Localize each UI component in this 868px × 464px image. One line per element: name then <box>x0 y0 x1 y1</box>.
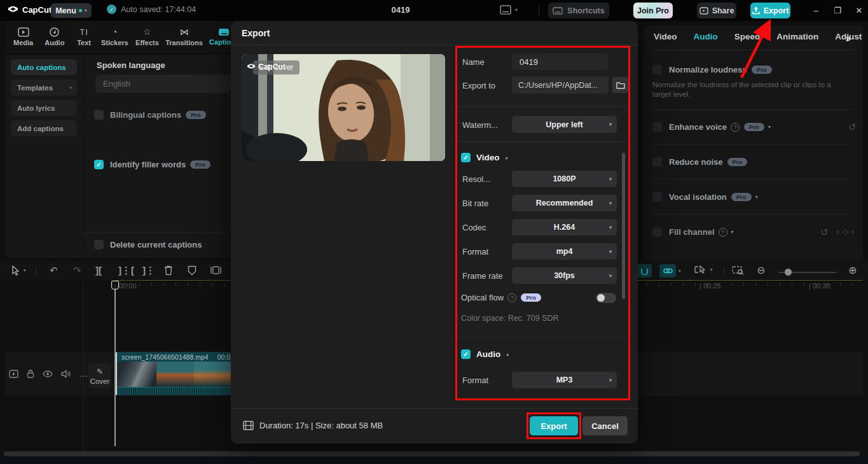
browse-folder-button[interactable] <box>612 77 628 93</box>
mute-icon[interactable] <box>61 370 71 378</box>
zoom-in-icon[interactable]: ⊕ <box>848 264 857 276</box>
export-path-field[interactable]: C:/Users/HP/AppDat... <box>512 76 609 94</box>
reduce-noise-checkbox[interactable] <box>652 157 662 167</box>
reset-icon[interactable]: ↺ <box>848 122 857 133</box>
delete-captions-row[interactable]: Delete current captions <box>94 240 202 250</box>
sidebar-item-templates[interactable]: Templates ▾ <box>11 80 77 95</box>
bilingual-checkbox[interactable] <box>94 110 104 120</box>
playhead[interactable] <box>111 281 119 447</box>
redo-icon[interactable]: ↷ <box>73 265 81 276</box>
optical-flow-toggle[interactable] <box>596 293 616 303</box>
dialog-export-button[interactable]: Export <box>530 416 578 435</box>
normalize-checkbox[interactable] <box>652 65 662 74</box>
slider-handle[interactable] <box>785 269 792 276</box>
maximize-button[interactable]: ❐ <box>828 6 847 15</box>
fill-channel-row[interactable]: Fill channel ? ▾ <box>652 227 734 237</box>
dialog-export-label: Export <box>541 421 567 431</box>
timeline-scrollbar[interactable] <box>4 451 860 456</box>
zoom-out-icon[interactable]: ⊖ <box>757 264 765 276</box>
close-button[interactable]: ✕ <box>850 6 868 15</box>
keyframe-prev-icon[interactable]: ‹ <box>836 227 839 236</box>
keyframe-next-icon[interactable]: › <box>851 227 854 236</box>
ribbon-tab-stickers[interactable]: ◔ Stickers <box>99 27 130 46</box>
vocal-isolation-row[interactable]: Vocal isolation Pro ▾ <box>652 192 758 202</box>
ribbon-tab-effects[interactable]: ☆ Effects <box>133 27 162 46</box>
enhance-voice-row[interactable]: Enhance voice ? Pro ▾ <box>652 122 771 132</box>
resolution-select[interactable]: 1080P▾ <box>512 171 617 187</box>
codec-select[interactable]: H.264▾ <box>512 219 617 236</box>
bilingual-captions-row[interactable]: Bilingual captions Pro <box>94 110 206 120</box>
ribbon-tab-text[interactable]: TI Text <box>71 27 96 46</box>
reset-icon[interactable]: ↺ <box>820 227 829 238</box>
link-clips-button[interactable]: ▾ <box>659 264 681 278</box>
chevron-down-icon[interactable]: ▾ <box>755 194 758 200</box>
select-tool-button[interactable]: ▾ <box>11 265 26 276</box>
menu-label: Menu <box>55 6 76 15</box>
sidebar-item-add-captions[interactable]: Add captions <box>11 120 77 136</box>
spoken-language-select[interactable]: English <box>95 74 231 93</box>
settings-scrollbar[interactable] <box>622 153 625 299</box>
share-button[interactable]: Share <box>697 3 736 18</box>
audio-section-checkbox[interactable]: ✓ <box>461 349 471 359</box>
name-field[interactable]: 0419 <box>512 53 609 70</box>
undo-icon[interactable]: ↶ <box>50 265 58 276</box>
split-left-icon[interactable]: ]⋮[ <box>118 265 134 276</box>
video-section-checkbox[interactable]: ✓ <box>461 153 471 162</box>
reduce-noise-label: Reduce noise <box>669 157 723 167</box>
tabs-overflow-icon[interactable]: » <box>846 33 851 43</box>
timeline-zoom-slider[interactable] <box>778 272 837 273</box>
tab-animation[interactable]: Animation <box>776 32 818 41</box>
normalize-loudness-row[interactable]: Normalize loudness Pro <box>652 65 772 74</box>
audio-format-select[interactable]: MP3▾ <box>512 372 617 388</box>
video-section-header[interactable]: ✓ Video ▴ <box>461 153 508 162</box>
chevron-down-icon[interactable]: ▾ <box>731 229 734 235</box>
mask-icon[interactable] <box>188 265 196 278</box>
bitrate-select[interactable]: Recommended▾ <box>512 195 617 211</box>
snap-tool-button[interactable]: ▾ <box>694 265 713 274</box>
tab-speed[interactable]: Speed <box>734 32 761 41</box>
text-icon: TI <box>79 27 88 37</box>
collapse-up-icon[interactable]: ▴ <box>506 351 509 357</box>
ribbon-tab-audio[interactable]: Audio <box>40 27 69 46</box>
tab-audio[interactable]: Audio <box>694 32 718 41</box>
pro-badge: Pro <box>186 111 206 119</box>
cover-button[interactable]: ✎ Cover <box>88 363 111 388</box>
lock-icon[interactable] <box>27 369 34 378</box>
ribbon-tab-transitions[interactable]: ⋈ Transitions <box>164 27 204 46</box>
crop-icon[interactable] <box>210 265 221 277</box>
dialog-cancel-button[interactable]: Cancel <box>582 416 628 435</box>
delete-captions-checkbox[interactable] <box>94 240 104 250</box>
enhance-voice-checkbox[interactable] <box>652 122 662 132</box>
fill-channel-checkbox[interactable] <box>652 227 662 237</box>
preview-zoom-icon[interactable] <box>732 265 744 277</box>
ribbon-tab-media[interactable]: Media <box>9 27 38 46</box>
filler-words-checkbox[interactable]: ✓ <box>94 160 104 169</box>
delete-icon[interactable] <box>164 265 173 278</box>
magnet-icon <box>640 267 649 275</box>
filler-words-row[interactable]: ✓ Identify filler words Pro <box>94 160 210 169</box>
menu-button[interactable]: Menu ▾ <box>51 3 92 18</box>
collapse-up-icon[interactable]: ▴ <box>506 155 508 160</box>
sidebar-item-auto-captions[interactable]: Auto captions <box>11 59 77 75</box>
export-button[interactable]: Export <box>750 3 790 18</box>
reduce-noise-row[interactable]: Reduce noise Pro <box>652 157 747 167</box>
tab-video[interactable]: Video <box>654 32 677 41</box>
audio-section-header[interactable]: ✓ Audio ▴ <box>461 349 509 359</box>
chevron-down-icon[interactable]: ▾ <box>768 124 771 130</box>
join-pro-button[interactable]: Join Pro <box>633 3 673 18</box>
framerate-select[interactable]: 30fps▾ <box>512 267 617 284</box>
split-icon[interactable]: ][ <box>95 265 102 276</box>
track-type-icon[interactable] <box>9 370 18 378</box>
sidebar-item-auto-lyrics[interactable]: Auto lyrics <box>11 100 77 116</box>
watermark-select[interactable]: Upper left ▾ <box>512 116 617 133</box>
auto-magnetic-button[interactable] <box>637 264 652 278</box>
split-right-icon[interactable]: ]⋮ <box>142 265 155 276</box>
layout-switch-button[interactable]: ▾ <box>500 5 518 15</box>
keyframe-diamond-icon[interactable]: ◇ <box>843 227 848 236</box>
minimize-button[interactable]: – <box>806 6 825 15</box>
eye-icon[interactable] <box>43 370 53 377</box>
more-icon[interactable]: … <box>79 369 88 379</box>
shortcuts-button[interactable]: Shortcuts <box>548 3 609 18</box>
vocal-isolation-checkbox[interactable] <box>652 192 662 202</box>
format-select[interactable]: mp4▾ <box>512 243 617 260</box>
